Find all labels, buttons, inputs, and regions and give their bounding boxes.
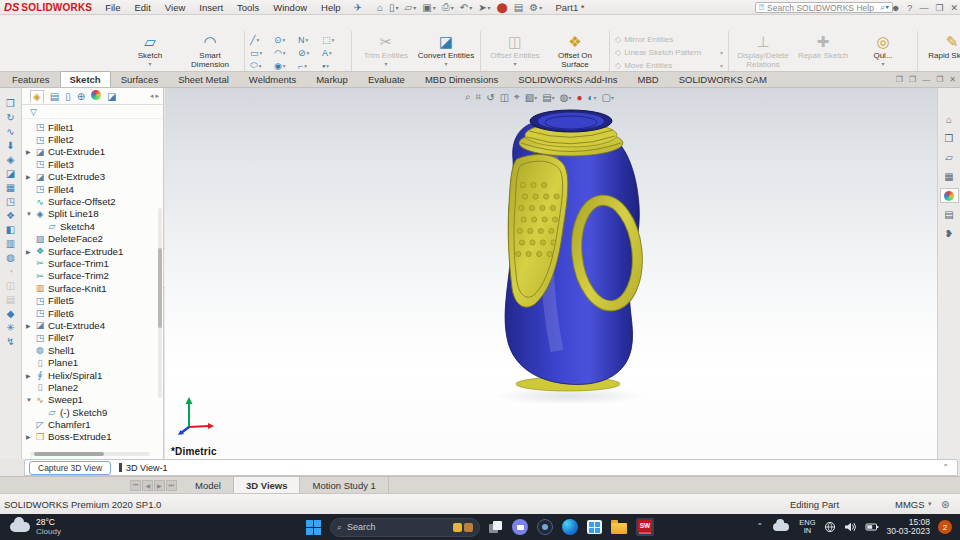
tab-surfaces[interactable]: Surfaces	[111, 71, 169, 87]
tab-solidworks-add-ins[interactable]: SOLIDWORKS Add-Ins	[508, 71, 627, 87]
revolved-boss-icon[interactable]: ↻	[6, 112, 14, 123]
instant3d-icon[interactable]: ↯	[6, 336, 14, 347]
wrap-feature-icon[interactable]: ◍	[6, 252, 15, 263]
tree-item[interactable]: ▱Sketch4	[22, 220, 164, 232]
collapse-bar-icon[interactable]: ⌃	[942, 463, 949, 472]
app-icon[interactable]	[537, 519, 553, 535]
task-view-button[interactable]	[489, 521, 503, 533]
expand-arrow-icon[interactable]: ▶	[26, 372, 34, 379]
ellipse-tool-icon[interactable]: ⊘▾	[298, 46, 322, 59]
expand-arrow-icon[interactable]: ▶	[26, 433, 34, 440]
mirror-feature-icon[interactable]: ◫	[6, 280, 15, 291]
tab-model[interactable]: Model	[183, 477, 234, 493]
tab-3d-views[interactable]: 3D Views	[234, 477, 301, 493]
dome-feature-icon[interactable]: ◔	[7, 266, 13, 277]
pin-icon[interactable]: ✈	[348, 2, 368, 13]
tree-item[interactable]: ▼∿Sweep1	[22, 394, 164, 406]
tree-vertical-scrollbar[interactable]	[158, 208, 162, 398]
tree-item[interactable]: ▶◪Cut-Extrude4	[22, 319, 164, 331]
window-control-icon[interactable]: ✕	[949, 75, 956, 84]
window-control-icon[interactable]: ❐	[936, 75, 943, 84]
draft-feature-icon[interactable]: ◧	[6, 224, 15, 235]
microsoft-store-icon[interactable]	[587, 520, 602, 534]
weather-widget[interactable]: 28°C Cloudy	[0, 518, 110, 536]
new-document-icon[interactable]: ▯▾	[386, 2, 402, 13]
menu-tools[interactable]: Tools	[230, 2, 266, 13]
curves-icon[interactable]: ✳	[6, 322, 14, 333]
design-library-icon[interactable]: ▱	[940, 150, 959, 165]
restore-icon[interactable]: ❐	[935, 3, 943, 13]
tab-scroll-arrow-icon[interactable]: ▶	[154, 480, 165, 491]
clock[interactable]: 15:08 30-03-2023	[887, 518, 930, 537]
window-control-icon[interactable]: ❐	[909, 75, 916, 84]
custom-properties-icon[interactable]: ▤	[940, 207, 959, 222]
quick-snaps-button[interactable]: ◎Qui...▾	[854, 33, 912, 67]
expand-arrow-icon[interactable]: ▶	[26, 173, 34, 180]
home-pane-icon[interactable]: ⌂	[940, 112, 959, 127]
window-control-icon[interactable]: —	[922, 75, 930, 84]
user-account-icon[interactable]: ☻	[891, 3, 900, 13]
tree-item[interactable]: ▶❒Boss-Extrude1	[22, 431, 164, 443]
tab-sketch[interactable]: Sketch	[60, 71, 111, 87]
tab-scroll-arrow-icon[interactable]: ⏭	[166, 480, 177, 491]
extruded-cut-icon[interactable]: ◪	[6, 168, 15, 179]
save-icon[interactable]: ▣▾	[419, 2, 438, 13]
tree-item[interactable]: ◸Chamfer1	[22, 418, 164, 430]
battery-icon[interactable]	[865, 521, 879, 533]
lofted-boss-icon[interactable]: ⬇	[6, 140, 14, 151]
start-button[interactable]	[306, 520, 321, 535]
tree-filter-row[interactable]: ▽	[22, 105, 163, 119]
shell-feature-icon[interactable]: ▥	[6, 238, 15, 249]
text-tool-icon[interactable]: Α▾	[322, 46, 346, 59]
expand-arrow-icon[interactable]: ▶	[26, 248, 34, 255]
tree-item[interactable]: ▶◪Cut-Extrude1	[22, 146, 164, 158]
menu-edit[interactable]: Edit	[127, 2, 157, 13]
chat-app-icon[interactable]	[512, 519, 528, 535]
tree-item[interactable]: ◳Fillet4	[22, 183, 164, 195]
tree-horizontal-scrollbar[interactable]	[30, 452, 150, 456]
tree-item[interactable]: ◳Fillet1	[22, 121, 164, 133]
forum-icon[interactable]: ❥	[940, 226, 959, 241]
boundary-boss-icon[interactable]: ◈	[7, 154, 15, 165]
tags-icon[interactable]: ⊛	[941, 499, 949, 510]
3d-view-item[interactable]: 3D View-1	[119, 463, 167, 473]
tree-item[interactable]: ◳Fillet6	[22, 307, 164, 319]
home-icon[interactable]: ⌂	[374, 2, 386, 13]
minimize-icon[interactable]: —	[919, 3, 928, 13]
tree-item[interactable]: ◳Fillet3	[22, 158, 164, 170]
mirror-entities-button[interactable]: ◇Mirror Entities	[615, 33, 723, 45]
taskbar-search-box[interactable]: ⌕ Search	[330, 518, 480, 537]
edge-browser-icon[interactable]	[562, 519, 578, 535]
help-search-input[interactable]: ⍰ Search SOLIDWORKS Help ⌕▾	[755, 2, 893, 13]
close-icon[interactable]: ✕	[950, 3, 958, 13]
tree-item[interactable]: ✂Surface-Trim1	[22, 257, 164, 269]
cam-tab-icon[interactable]: ◪	[107, 91, 116, 102]
convert-entities-button[interactable]: ◪Convert Entities▾	[417, 33, 475, 67]
tab-scroll-arrow-icon[interactable]: ⏮	[130, 480, 141, 491]
volume-icon[interactable]	[844, 521, 857, 533]
tab-markup[interactable]: Markup	[306, 71, 358, 87]
menu-help[interactable]: Help	[314, 2, 348, 13]
network-icon[interactable]	[824, 521, 836, 533]
pattern-feature-icon[interactable]: ❖	[6, 210, 15, 221]
appearances-icon[interactable]	[940, 188, 959, 203]
tree-item[interactable]: ▶∮Helix/Spiral1	[22, 369, 164, 381]
tree-item[interactable]: ▶◪Cut-Extrude3	[22, 171, 164, 183]
rectangle-tool-icon[interactable]: ▭▾	[250, 46, 274, 59]
3d-content-icon[interactable]: ❒	[940, 131, 959, 146]
file-explorer-icon[interactable]	[611, 523, 627, 534]
bottle-model[interactable]	[455, 93, 685, 403]
tree-item[interactable]: ▥Surface-Knit1	[22, 282, 164, 294]
menu-window[interactable]: Window	[266, 2, 314, 13]
tray-chevron-icon[interactable]: ⌃	[757, 522, 764, 531]
fillet-feature-icon[interactable]: ◳	[6, 196, 15, 207]
tree-item[interactable]: ▱(-) Sketch9	[22, 406, 164, 418]
propertymanager-tab-icon[interactable]: ▤	[50, 91, 59, 102]
tree-item[interactable]: ◍Shell1	[22, 344, 164, 356]
window-control-icon[interactable]: ❐	[896, 75, 903, 84]
filter-funnel-icon[interactable]: ▽	[30, 107, 37, 117]
search-icon[interactable]: ⌕▾	[880, 2, 889, 13]
expand-arrow-icon[interactable]: ▶	[26, 148, 34, 155]
toolbox-icon[interactable]: ▦	[940, 169, 959, 184]
help-icon[interactable]: ?	[907, 3, 912, 13]
